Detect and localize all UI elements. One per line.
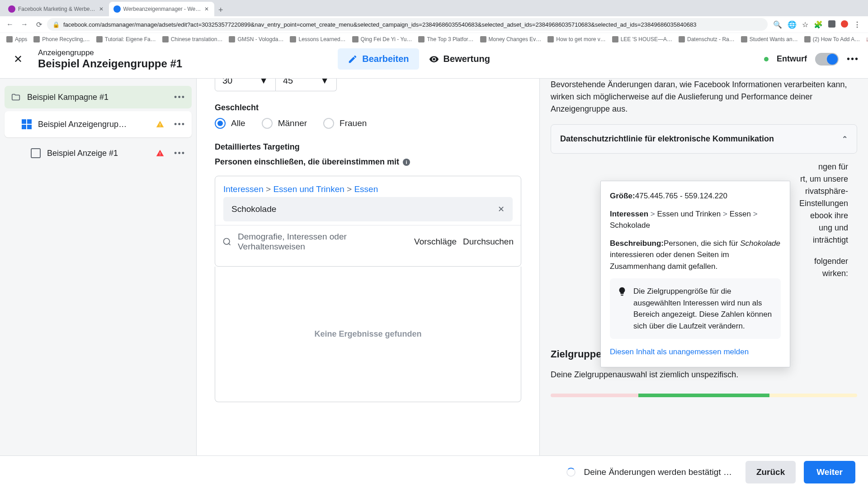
reading-list[interactable]: 📖Leseliste xyxy=(863,34,868,44)
ad-name: Beispiel Anzeige #1 xyxy=(47,149,118,158)
bookmark[interactable]: How to get more v… xyxy=(545,34,608,44)
bookmark[interactable]: Tutorial: Eigene Fa… xyxy=(94,34,159,44)
tab-edit[interactable]: Bearbeiten xyxy=(338,48,419,70)
tooltip-desc-row: Beschreibung:Personen, die sich für Scho… xyxy=(610,238,781,272)
footer: Deine Änderungen werden bestätigt … Zurü… xyxy=(0,455,868,488)
bookmark[interactable]: Chinese translation… xyxy=(160,34,226,44)
interest-name: Schokolade xyxy=(231,204,276,214)
size-label: Größe: xyxy=(610,192,635,200)
lock-icon: 🔒 xyxy=(52,21,60,28)
more-menu[interactable]: ••• xyxy=(847,54,859,64)
campaign-sidebar: Beispiel Kampagne #1 ••• Beispiel Anzeig… xyxy=(0,79,197,455)
bookmark[interactable]: Datenschutz - Ra… xyxy=(676,34,737,44)
zoom-icon[interactable]: 🔍 xyxy=(773,20,782,29)
search-input[interactable]: Demografie, Interessen oder Verhaltenswe… xyxy=(238,232,408,252)
sidebar-campaign[interactable]: Beispiel Kampagne #1 ••• xyxy=(5,86,192,108)
tab-label: Bearbeiten xyxy=(362,54,409,64)
browser-chrome: Facebook Marketing & Werbe… ✕ Werbeanzei… xyxy=(0,0,868,40)
breadcrumb-link[interactable]: Essen und Trinken xyxy=(273,184,344,194)
url-bar-row: ← → ⟳ 🔒 facebook.com/adsmanager/manage/a… xyxy=(0,16,868,33)
browser-tab[interactable]: Facebook Marketing & Werbe… ✕ xyxy=(4,2,109,16)
more-icon[interactable]: ••• xyxy=(174,93,185,102)
bookmark[interactable]: Phone Recycling,… xyxy=(31,34,92,44)
url-text: facebook.com/adsmanager/manage/adsets/ed… xyxy=(63,21,696,28)
more-icon[interactable]: ••• xyxy=(174,120,185,129)
breadcrumb-link[interactable]: Essen xyxy=(354,184,378,194)
publish-toggle[interactable] xyxy=(815,53,839,66)
extensions-icon[interactable]: 🧩 xyxy=(814,20,823,29)
reload-button[interactable]: ⟳ xyxy=(33,18,45,31)
close-icon[interactable]: ✕ xyxy=(203,6,210,12)
privacy-card[interactable]: Datenschutzrichtlinie für elektronische … xyxy=(551,124,857,154)
bookmarks-bar: Apps Phone Recycling,… Tutorial: Eigene … xyxy=(0,33,868,45)
header-right: Entwurf ••• xyxy=(764,53,859,66)
suggestions-button[interactable]: Vorschläge xyxy=(414,237,457,247)
bookmark[interactable]: Money Changes Ev… xyxy=(477,34,544,44)
title-block: Anzeigengruppe Beispiel Anzeigengruppe #… xyxy=(38,48,182,70)
gender-all[interactable]: Alle xyxy=(215,118,245,129)
menu-icon[interactable]: ⋮ xyxy=(854,20,861,29)
bookmark[interactable]: LEE 'S HOUSE—A… xyxy=(609,34,675,44)
tooltip-size-row: Größe:475.445.765 - 559.124.220 xyxy=(610,190,781,202)
bookmark[interactable]: Qing Fei De Yi - Yu… xyxy=(349,34,415,44)
tab-strip: Facebook Marketing & Werbe… ✕ Werbeanzei… xyxy=(0,0,868,16)
interest-search-row: Demografie, Interessen oder Verhaltenswe… xyxy=(215,225,521,258)
back-button[interactable]: Zurück xyxy=(745,461,796,483)
extension-icon[interactable] xyxy=(828,20,835,28)
chevron-down-icon: ▼ xyxy=(259,79,268,86)
targeting-box: Interessen > Essen und Trinken > Essen S… xyxy=(215,176,521,267)
forward-button[interactable]: → xyxy=(18,18,31,31)
bookmark[interactable]: Student Wants an… xyxy=(738,34,801,44)
bookmark[interactable]: Apps xyxy=(4,34,30,44)
url-bar[interactable]: 🔒 facebook.com/adsmanager/manage/adsets/… xyxy=(47,18,768,31)
remove-interest-button[interactable]: ✕ xyxy=(498,204,505,214)
bookmark[interactable]: (2) How To Add A… xyxy=(802,34,863,44)
interest-chip[interactable]: Schokolade ✕ xyxy=(223,197,513,221)
star-icon[interactable]: ☆ xyxy=(802,20,808,29)
close-icon[interactable]: ✕ xyxy=(98,6,104,12)
audience-subtitle: Deine Zielgruppenauswahl ist ziemlich un… xyxy=(551,369,857,381)
tab-label: Bewertung xyxy=(443,54,490,64)
info-icon[interactable]: i xyxy=(403,159,410,166)
header-tabs: Bearbeiten Bewertung xyxy=(338,48,500,70)
results-dropdown: Keine Ergebnisse gefunden xyxy=(215,267,521,402)
bookmark[interactable]: GMSN - Vologda… xyxy=(226,34,286,44)
bookmark[interactable]: The Top 3 Platfor… xyxy=(415,34,476,44)
meter-segment-narrow xyxy=(551,394,638,397)
audience-meter xyxy=(551,394,857,397)
sidebar-adset[interactable]: Beispiel Anzeigengrup… ••• xyxy=(5,111,192,137)
age-row: 30 ▼ 45 ▼ xyxy=(215,79,521,91)
page-header: ✕ Anzeigengruppe Beispiel Anzeigengruppe… xyxy=(0,40,868,79)
more-icon[interactable]: ••• xyxy=(174,149,185,158)
next-button[interactable]: Weiter xyxy=(804,461,855,483)
gender-men[interactable]: Männer xyxy=(262,118,307,129)
reading-list-icon: 📖 xyxy=(866,36,868,42)
browse-button[interactable]: Durchsuchen xyxy=(463,237,514,247)
svg-point-0 xyxy=(224,239,230,244)
new-tab-button[interactable]: + xyxy=(214,4,227,16)
age-to-select[interactable]: 45 ▼ xyxy=(276,79,337,91)
browser-tab-active[interactable]: Werbeanzeigenmanager - We… ✕ xyxy=(109,2,215,16)
toolbar-icons: 🔍 🌐 ☆ 🧩 ⋮ xyxy=(769,20,864,29)
avatar-icon[interactable] xyxy=(841,20,848,28)
breadcrumb-link[interactable]: Interessen xyxy=(223,184,264,194)
gender-label: Geschlecht xyxy=(215,103,521,113)
page-title: Beispiel Anzeigengruppe #1 xyxy=(38,57,182,70)
report-link[interactable]: Diesen Inhalt als unangemessen melden xyxy=(610,346,781,358)
age-from-select[interactable]: 30 ▼ xyxy=(215,79,276,91)
adset-name: Beispiel Anzeigengrup… xyxy=(38,120,127,129)
translate-icon[interactable]: 🌐 xyxy=(788,20,797,29)
gender-women[interactable]: Frauen xyxy=(323,118,367,129)
bookmark[interactable]: Lessons Learned… xyxy=(287,34,348,44)
size-value: 475.445.765 - 559.124.220 xyxy=(635,192,727,200)
pencil-icon xyxy=(348,54,358,64)
tab-review[interactable]: Bewertung xyxy=(419,48,500,70)
close-button[interactable]: ✕ xyxy=(9,50,27,68)
status-text: Entwurf xyxy=(777,54,807,64)
sidebar-ad[interactable]: Beispiel Anzeige #1 ••• xyxy=(5,140,192,166)
radio-icon xyxy=(323,118,334,129)
meter-segment-broad xyxy=(769,394,857,397)
chevron-up-icon: ⌃ xyxy=(842,134,848,145)
back-button[interactable]: ← xyxy=(4,18,16,31)
grid-icon xyxy=(22,119,32,129)
